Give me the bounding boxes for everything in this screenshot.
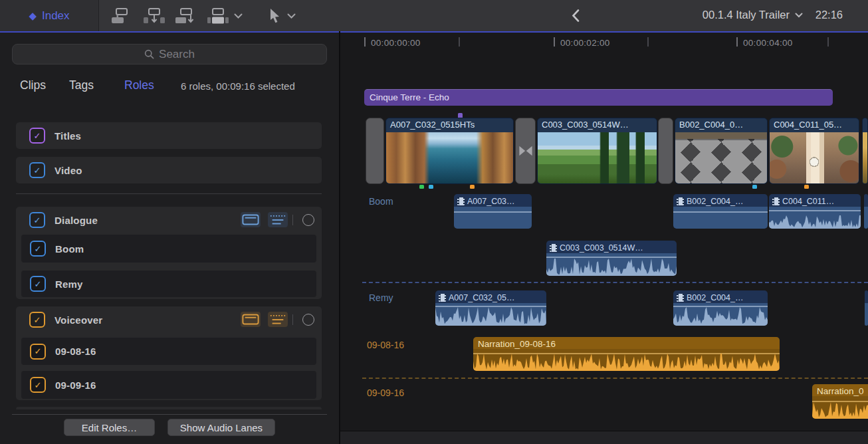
connect-clip-button[interactable] — [110, 7, 134, 25]
video-clip-c003[interactable]: C003_C003_0514W… — [537, 118, 657, 184]
edit-mode-dropdown-chevron[interactable] — [234, 7, 243, 25]
film-icon — [772, 197, 780, 205]
dialogue-unified-lane-button[interactable] — [241, 212, 261, 227]
audio-clip-boom-b002[interactable]: B002_C004_… — [673, 194, 768, 229]
lane-separator — [362, 378, 868, 379]
audio-clip-narration-09-08-16[interactable]: Narration_09-08-16 — [473, 337, 780, 371]
ruler-minor-tick — [647, 37, 649, 47]
audio-clip-remy-b002[interactable]: B002_C004_… — [673, 290, 768, 326]
tab-clips[interactable]: Clips — [20, 78, 46, 92]
audio-clip-boom-a007[interactable]: A007_C03… — [454, 194, 532, 229]
tab-tags[interactable]: Tags — [69, 78, 94, 92]
insert-button[interactable] — [142, 7, 166, 25]
audio-clip-boom-c004[interactable]: C004_C011… — [769, 194, 861, 229]
project-title-dropdown[interactable]: 00.1.4 Italy Trailer — [703, 9, 803, 21]
role-label-video: Video — [54, 165, 82, 176]
audio-clip-partial[interactable] — [864, 194, 868, 229]
dialogue-checkbox[interactable]: ✓ — [29, 212, 45, 228]
audio-waveform — [673, 307, 768, 326]
titles-checkbox[interactable]: ✓ — [29, 128, 45, 144]
lane-label-09-08-16: 09-08-16 — [367, 340, 404, 350]
marker-teal[interactable] — [752, 185, 757, 189]
role-row-dialogue[interactable]: ✓ Dialogue — [16, 207, 322, 233]
unified-lane-icon — [242, 314, 259, 325]
index-button[interactable]: ◆ Index — [0, 0, 99, 31]
index-button-label: Index — [42, 9, 70, 23]
role-group-dialogue: ✓ Dialogue ✓ Boom ✓ Remy — [16, 207, 322, 299]
marker-orange[interactable] — [804, 185, 809, 189]
video-clip-c004[interactable]: C004_C011_05… — [769, 118, 859, 184]
role-row-09-09-16[interactable]: ✓ 09-09-16 — [21, 371, 316, 399]
overwrite-button[interactable] — [206, 7, 230, 25]
video-thumbnail-tuscany — [538, 132, 657, 183]
role-row-voiceover[interactable]: ✓ Voiceover — [16, 306, 322, 333]
09-08-16-checkbox[interactable]: ✓ — [30, 344, 46, 360]
audio-waveform — [769, 215, 861, 229]
remy-checkbox[interactable]: ✓ — [30, 276, 46, 292]
voiceover-checkbox[interactable]: ✓ — [29, 312, 45, 328]
audio-clip-boom-c003[interactable]: C003_C003_0514W… — [546, 241, 677, 276]
volume-line[interactable] — [546, 257, 677, 258]
video-thumbnail-plaza — [675, 132, 767, 183]
video-thumbnail-cinque-terre — [386, 132, 513, 183]
role-label-dialogue: Dialogue — [54, 215, 98, 226]
role-row-remy[interactable]: ✓ Remy — [21, 271, 316, 297]
video-clip-a007[interactable]: A007_C032_0515HTs — [385, 118, 514, 184]
transition-clip[interactable] — [366, 118, 384, 184]
film-icon — [457, 197, 465, 205]
back-button[interactable] — [572, 7, 580, 25]
role-group-voiceover: ✓ Voiceover ✓ 09-08-16 ✓ 09-09-16 — [16, 306, 322, 400]
voiceover-unified-lane-button[interactable] — [241, 312, 261, 327]
select-tool-button[interactable] — [269, 7, 282, 25]
marker-orange[interactable] — [470, 185, 475, 189]
dialogue-separate-lanes-button[interactable] — [268, 212, 288, 227]
role-row-video[interactable]: ✓ Video — [16, 157, 322, 183]
show-audio-lanes-button[interactable]: Show Audio Lanes — [167, 419, 275, 436]
film-icon — [677, 294, 684, 302]
append-button[interactable] — [174, 7, 198, 25]
timeline-ruler[interactable]: 00:00:00:00 00:00:02:00 00:00:04:00 — [340, 33, 868, 56]
tab-roles[interactable]: Roles — [124, 78, 154, 92]
connect-clip-icon — [110, 7, 134, 25]
title-clip[interactable]: Cinque Terre - Echo — [364, 89, 833, 106]
timeline-bottom-strip — [340, 431, 868, 444]
volume-line[interactable] — [673, 211, 768, 213]
lane-label-09-09-16: 09-09-16 — [367, 388, 404, 398]
next-role-group-edge — [16, 407, 322, 409]
crossfade-icon — [518, 145, 534, 157]
audio-clip-name: Narration_0 — [812, 384, 868, 398]
video-clip-title: C003_C003_0514W… — [538, 118, 657, 132]
tool-dropdown-chevron[interactable] — [287, 7, 296, 25]
audio-clip-remy-a007[interactable]: A007_C032_05… — [435, 290, 546, 326]
marker-teal[interactable] — [429, 185, 433, 189]
video-checkbox[interactable]: ✓ — [29, 162, 45, 178]
film-icon — [550, 244, 557, 252]
video-clip-b002[interactable]: B002_C004_0… — [675, 118, 768, 184]
volume-line[interactable] — [454, 211, 532, 213]
lane-separator — [362, 282, 868, 283]
controls-divider — [292, 314, 293, 325]
audio-clip-partial[interactable] — [865, 290, 868, 326]
role-row-09-08-16[interactable]: ✓ 09-08-16 — [21, 338, 316, 365]
role-row-titles[interactable]: ✓ Titles — [16, 122, 322, 149]
edit-roles-button[interactable]: Edit Roles… — [64, 419, 155, 436]
09-09-16-checkbox[interactable]: ✓ — [30, 377, 46, 393]
voiceover-focus-radio[interactable] — [302, 314, 314, 326]
append-icon — [174, 7, 198, 25]
transition-clip[interactable] — [658, 118, 673, 184]
film-icon — [439, 294, 446, 302]
dialogue-focus-radio[interactable] — [302, 214, 314, 226]
ruler-label: 00:00:04:00 — [743, 38, 793, 48]
select-arrow-icon — [269, 8, 282, 24]
transition-clip-crossfade[interactable] — [515, 118, 536, 184]
audio-clip-narration-09-09-16[interactable]: Narration_0 — [812, 384, 868, 419]
video-clip-partial[interactable] — [862, 118, 868, 184]
audio-clip-name: Narration_09-08-16 — [473, 337, 780, 351]
search-input[interactable]: Search — [12, 44, 327, 64]
voiceover-separate-lanes-button[interactable] — [268, 312, 288, 327]
marker-green[interactable] — [419, 185, 424, 189]
role-row-boom[interactable]: ✓ Boom — [21, 235, 316, 263]
role-label-voiceover: Voiceover — [54, 314, 102, 326]
boom-checkbox[interactable]: ✓ — [30, 241, 46, 257]
volume-line[interactable] — [769, 210, 861, 211]
